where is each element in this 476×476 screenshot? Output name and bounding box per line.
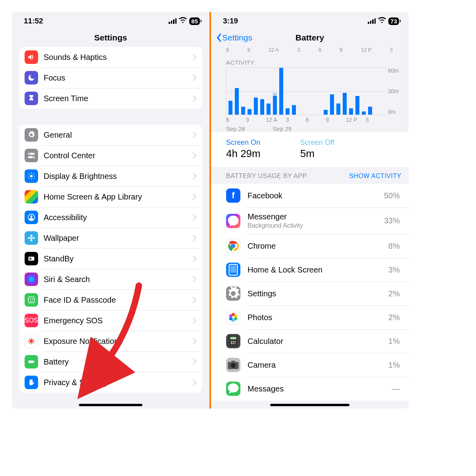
activity-bar[interactable] — [330, 94, 334, 115]
activity-bar[interactable] — [248, 109, 251, 115]
battery-indicator-icon: 73 — [388, 17, 399, 25]
activity-bar[interactable] — [368, 107, 372, 115]
back-button[interactable]: Settings — [216, 33, 252, 42]
activity-bar[interactable] — [273, 96, 277, 115]
app-name: Camera — [248, 361, 388, 370]
app-usage-row-calculator[interactable]: Calculator1% — [211, 329, 409, 353]
row-label: Sounds & Haptics — [44, 53, 193, 62]
activity-bar[interactable] — [260, 99, 264, 115]
svg-point-14 — [31, 215, 33, 217]
activity-bar[interactable] — [362, 111, 366, 115]
svg-rect-35 — [34, 361, 35, 362]
screen-off-stat[interactable]: Screen Off 5m — [300, 138, 334, 160]
app-name: Photos — [248, 313, 388, 322]
svg-point-3 — [33, 157, 34, 158]
activity-bar[interactable] — [343, 93, 347, 115]
app-name: Chrome — [248, 242, 388, 251]
chart-x-axis: 6912 A36912 P3 — [226, 117, 403, 123]
app-subtitle: Background Activity — [248, 222, 384, 229]
row-label: Exposure Notifications — [44, 337, 193, 346]
activity-bar[interactable] — [336, 104, 340, 115]
screen-on-value: 4h 29m — [226, 148, 261, 160]
app-usage-row-settings[interactable]: Settings2% — [211, 282, 409, 305]
activity-bar[interactable] — [286, 108, 290, 115]
row-label: Accessibility — [44, 213, 193, 222]
settings-row-standby[interactable]: StandBy — [19, 248, 202, 269]
activity-bar[interactable] — [241, 107, 245, 115]
svg-rect-39 — [230, 266, 236, 273]
svg-line-11 — [29, 178, 29, 179]
wifi-icon — [378, 17, 386, 25]
svg-point-18 — [28, 237, 30, 239]
activity-bar[interactable] — [324, 110, 328, 115]
page-title: Settings — [94, 33, 127, 42]
activity-bar[interactable] — [292, 105, 296, 115]
clock-card-icon — [25, 252, 38, 265]
svg-point-55 — [231, 363, 236, 368]
activity-bar[interactable] — [228, 101, 232, 115]
app-usage-row-facebook[interactable]: fFacebook50% — [211, 184, 409, 207]
app-name: Messenger — [248, 212, 384, 221]
usage-header-label: BATTERY USAGE BY APP — [226, 173, 307, 180]
chart-dates: Sep 28Sep 29 — [226, 125, 403, 132]
settings-row-exposure[interactable]: Exposure Notifications — [19, 331, 202, 351]
back-label: Settings — [222, 33, 252, 42]
settings-row-battery[interactable]: Battery — [19, 351, 202, 372]
home-indicator — [79, 404, 142, 406]
settings-row-focus[interactable]: Focus — [19, 67, 202, 88]
row-label: Home Screen & App Library — [44, 192, 193, 202]
settings-row-control[interactable]: Control Center — [19, 145, 202, 166]
show-activity-button[interactable]: SHOW ACTIVITY — [349, 173, 401, 180]
row-label: Face ID & Passcode — [44, 296, 193, 305]
settings-row-access[interactable]: Accessibility — [19, 207, 202, 228]
activity-bar[interactable] — [349, 108, 353, 115]
row-label: StandBy — [44, 254, 193, 263]
messages-app-icon — [226, 382, 240, 396]
settings-row-siri[interactable]: Siri & Search — [19, 269, 202, 290]
battery-screen: 3:19 73 Settings Battery 6912 A36912 P3 … — [211, 12, 409, 409]
app-usage-row-chrome[interactable]: Chrome8% — [211, 234, 409, 258]
app-usage-row-messenger[interactable]: MessengerBackground Activity33% — [211, 207, 409, 234]
svg-point-48 — [231, 341, 232, 342]
settings-row-screentime[interactable]: Screen Time — [19, 88, 202, 109]
gear-icon — [25, 128, 38, 142]
battery-indicator-icon: 85 — [189, 17, 200, 25]
svg-point-15 — [31, 237, 33, 239]
wifi-icon — [179, 17, 187, 25]
svg-line-10 — [33, 178, 34, 179]
camera-app-icon — [226, 358, 240, 372]
chevron-right-icon — [193, 54, 197, 60]
nav-header: Settings — [12, 29, 209, 47]
app-usage-row-photos[interactable]: Photos2% — [211, 305, 409, 329]
activity-chart[interactable]: 60m 30m 0m — [226, 67, 403, 115]
activity-bar[interactable] — [235, 88, 239, 115]
hand-icon — [25, 376, 38, 389]
svg-rect-2 — [28, 156, 35, 158]
settings-row-general[interactable]: General — [19, 125, 202, 145]
chevron-right-icon — [193, 214, 197, 221]
activity-bar[interactable] — [279, 68, 283, 115]
settings-row-sounds[interactable]: Sounds & Haptics — [19, 47, 202, 67]
settings-row-home[interactable]: Home Screen & App Library — [19, 186, 202, 207]
row-label: Screen Time — [44, 94, 193, 103]
activity-bar[interactable] — [355, 96, 359, 115]
chart-top-ticks: 6912 A36912 P3 — [211, 47, 409, 53]
app-usage-row-messages[interactable]: Messages— — [211, 377, 409, 401]
activity-bar[interactable] — [254, 98, 258, 115]
settings-row-wallpaper[interactable]: Wallpaper — [19, 228, 202, 248]
settings-row-sos[interactable]: SOSEmergency SOS — [19, 310, 202, 331]
app-usage-row-camera[interactable]: Camera1% — [211, 353, 409, 377]
chevron-right-icon — [193, 379, 197, 386]
settings-row-display[interactable]: Display & Brightness — [19, 166, 202, 186]
svg-point-19 — [33, 237, 35, 239]
app-usage-row-homescreen[interactable]: Home & Lock Screen3% — [211, 258, 409, 282]
settings-group-1: Sounds & HapticsFocusScreen Time — [19, 47, 202, 109]
app-name: Calculator — [248, 337, 388, 346]
svg-point-50 — [234, 341, 236, 342]
settings-row-privacy[interactable]: Privacy & Security — [19, 372, 202, 393]
row-label: Control Center — [44, 151, 193, 160]
settings-row-faceid[interactable]: Face ID & Passcode — [19, 290, 202, 310]
activity-bar[interactable] — [267, 104, 271, 115]
sun-icon — [25, 169, 38, 183]
screen-on-stat[interactable]: Screen On 4h 29m — [226, 138, 261, 160]
